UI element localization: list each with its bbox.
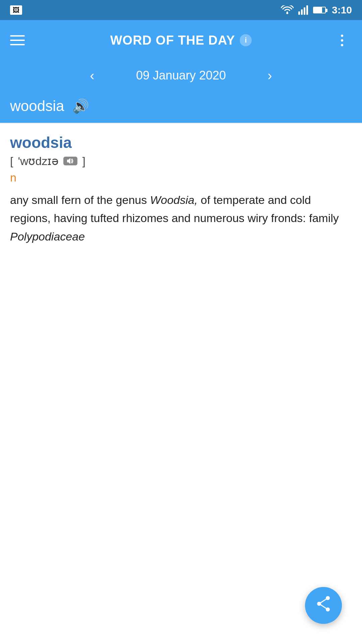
- date-label: 09 January 2020: [114, 68, 248, 83]
- share-fab-button[interactable]: [305, 587, 342, 624]
- signal-icon: [298, 5, 308, 15]
- status-time: 3:10: [332, 4, 352, 16]
- speaker-icon: 🔊: [72, 98, 89, 114]
- word-name: woodsia: [10, 133, 352, 152]
- wifi-icon: [281, 5, 294, 15]
- phonetic-audio-button[interactable]: [63, 157, 77, 165]
- svg-rect-4: [306, 5, 308, 15]
- definition-text: any small fern of the genus Woodsia, of …: [10, 191, 352, 246]
- svg-rect-2: [301, 9, 303, 15]
- phonetic-text: 'wʊdzɪə: [18, 154, 59, 168]
- phonetic-open-bracket: [: [10, 155, 13, 168]
- notification-icon: [10, 5, 22, 15]
- overflow-menu-button[interactable]: [332, 30, 352, 50]
- word-content: woodsia [ 'wʊdzɪə ] n any small fern of …: [0, 123, 362, 256]
- status-bar-right: 3:10: [281, 4, 352, 16]
- share-icon: [315, 595, 332, 615]
- svg-point-0: [286, 12, 288, 14]
- part-of-speech: n: [10, 171, 352, 184]
- status-bar: 3:10: [0, 0, 362, 20]
- svg-rect-1: [298, 11, 300, 15]
- svg-line-10: [319, 604, 328, 609]
- word-title-header: woodsia: [10, 98, 64, 114]
- header-speaker-button[interactable]: 🔊: [72, 97, 89, 115]
- pronunciation-row: [ 'wʊdzɪə ]: [10, 154, 352, 168]
- status-bar-left: [10, 5, 22, 15]
- svg-rect-3: [304, 7, 305, 15]
- app-bar: WORD OF THE DAY i: [0, 20, 362, 60]
- app-bar-title-area: WORD OF THE DAY i: [30, 33, 332, 48]
- app-bar-title: WORD OF THE DAY: [110, 33, 235, 48]
- date-navigation: ‹ 09 January 2020 ›: [0, 60, 362, 92]
- word-header: woodsia 🔊: [0, 92, 362, 123]
- svg-marker-5: [67, 158, 70, 164]
- battery-icon: [313, 7, 326, 13]
- phonetic-close-bracket: ]: [82, 155, 85, 168]
- next-date-button[interactable]: ›: [261, 67, 278, 84]
- hamburger-button[interactable]: [10, 30, 30, 50]
- info-button[interactable]: i: [240, 34, 252, 46]
- share-svg-icon: [315, 595, 332, 612]
- svg-line-9: [319, 598, 328, 604]
- small-speaker-icon: [67, 158, 74, 164]
- prev-date-button[interactable]: ‹: [84, 67, 101, 84]
